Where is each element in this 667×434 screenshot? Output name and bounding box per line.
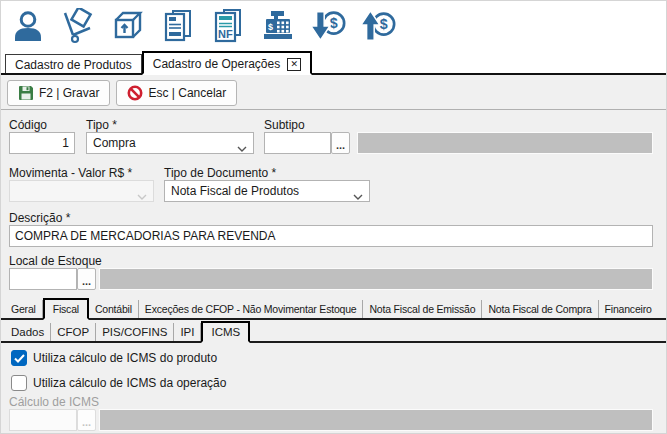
tab-cfop[interactable]: CFOP: [51, 323, 96, 341]
local-estoque-linked-field: [99, 268, 653, 290]
checkbox-icon[interactable]: [11, 350, 27, 366]
fiscal-sub-tab-strip: Dados CFOP PIS/COFINS IPI ICMS: [1, 320, 667, 343]
save-button[interactable]: F2 | Gravar: [7, 80, 110, 106]
calculo-icms-field: [9, 409, 77, 431]
tab-icms[interactable]: ICMS: [201, 321, 250, 343]
subtipo-linked-field: [357, 132, 653, 154]
cancel-button-label: Esc | Cancelar: [148, 86, 226, 100]
checkbox-icms-produto[interactable]: Utiliza cálculo de ICMS do produto: [11, 350, 217, 366]
descricao-label: Descrição *: [9, 211, 70, 225]
tab-dados[interactable]: Dados: [5, 323, 51, 341]
document-tab-bar: Cadastro de Produtos Cadastro de Operaçõ…: [1, 51, 667, 75]
main-toolbar: NF $ $: [1, 1, 667, 51]
user-icon[interactable]: [7, 6, 49, 46]
tipo-select-value: Compra: [93, 136, 136, 150]
tab-fiscal[interactable]: Fiscal: [43, 298, 89, 320]
tab-cadastro-de-produtos[interactable]: Cadastro de Produtos: [5, 54, 142, 73]
action-button-bar: F2 | Gravar Esc | Cancelar: [1, 77, 667, 110]
subtipo-label: Subtipo: [264, 118, 305, 132]
tab-label: Cadastro de Produtos: [15, 58, 132, 72]
movimenta-select: [9, 180, 154, 202]
tipo-documento-select[interactable]: Nota Fiscal de Produtos: [164, 180, 370, 202]
tab-cadastro-de-operacoes[interactable]: Cadastro de Operações ✕: [142, 51, 312, 75]
save-icon: [18, 85, 34, 101]
tipo-label: Tipo *: [86, 118, 117, 132]
calculo-icms-label: Cálculo de ICMS: [9, 395, 99, 409]
cash-register-icon[interactable]: $: [257, 6, 299, 46]
tab-financeiro[interactable]: Financeiro: [599, 300, 658, 318]
checkbox-icon[interactable]: [11, 375, 27, 391]
hand-truck-icon[interactable]: [57, 6, 99, 46]
tipo-documento-label: Tipo de Documento *: [164, 166, 276, 180]
chevron-down-icon: [353, 189, 363, 203]
svg-text:$: $: [330, 15, 338, 31]
movimenta-label: Movimenta - Valor R$ *: [9, 166, 132, 180]
checkbox-label: Utiliza cálculo de ICMS do produto: [33, 351, 217, 365]
chevron-down-icon: [137, 189, 147, 203]
calculo-icms-linked-field: [99, 409, 653, 431]
checkbox-icms-operacao[interactable]: Utiliza cálculo de ICMS da operação: [11, 375, 226, 391]
calculo-icms-browse-button: ...: [77, 409, 96, 431]
tab-label: Cadastro de Operações: [153, 57, 280, 71]
svg-text:$: $: [268, 22, 273, 32]
tipo-select[interactable]: Compra: [86, 132, 254, 154]
subtipo-browse-button[interactable]: ...: [331, 132, 350, 154]
tipo-documento-select-value: Nota Fiscal de Produtos: [171, 184, 299, 198]
local-estoque-field[interactable]: [9, 268, 77, 290]
close-icon[interactable]: ✕: [287, 58, 301, 71]
chevron-down-icon: [237, 141, 247, 155]
codigo-field[interactable]: 1: [9, 132, 75, 154]
tab-nota-fiscal-compra[interactable]: Nota Fiscal de Compra: [482, 300, 598, 318]
svg-text:NF: NF: [218, 28, 233, 40]
money-in-icon[interactable]: $: [307, 6, 349, 46]
section-tab-strip: Geral Fiscal Contábil Exceções de CFOP -…: [1, 297, 667, 320]
tab-contabil[interactable]: Contábil: [89, 300, 139, 318]
subtipo-field[interactable]: [264, 132, 331, 154]
invoice-icon[interactable]: [157, 6, 199, 46]
local-estoque-label: Local de Estoque: [9, 254, 102, 268]
codigo-label: Código: [9, 118, 47, 132]
local-estoque-browse-button[interactable]: ...: [77, 268, 96, 290]
tab-nota-fiscal-emissao[interactable]: Nota Fiscal de Emissão: [363, 300, 482, 318]
save-button-label: F2 | Gravar: [39, 86, 99, 100]
cancel-icon: [127, 85, 143, 101]
tab-geral[interactable]: Geral: [5, 300, 43, 318]
tab-ipi[interactable]: IPI: [174, 323, 201, 341]
descricao-field[interactable]: COMPRA DE MERCADORIAS PARA REVENDA: [9, 225, 653, 247]
cancel-button[interactable]: Esc | Cancelar: [116, 80, 237, 106]
nf-document-icon[interactable]: NF: [207, 6, 249, 46]
app-window: NF $ $: [0, 0, 667, 434]
checkbox-label: Utiliza cálculo de ICMS da operação: [33, 376, 226, 390]
tab-pis-cofins[interactable]: PIS/COFINS: [96, 323, 174, 341]
svg-text:$: $: [380, 16, 388, 32]
money-out-icon[interactable]: $: [357, 6, 399, 46]
tab-excecoes-cfop[interactable]: Exceções de CFOP - Não Movimentar Estoqu…: [139, 300, 364, 318]
package-icon[interactable]: [107, 6, 149, 46]
